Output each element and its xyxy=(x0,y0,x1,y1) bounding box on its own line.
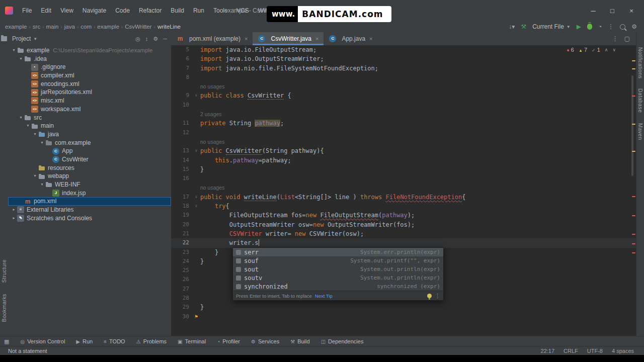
fold-arrow-icon[interactable]: ∨ xyxy=(192,193,200,202)
tree-item-com-example[interactable]: ▾com.example xyxy=(8,139,171,147)
line-number[interactable]: 16 xyxy=(171,174,192,183)
minimize-button[interactable]: ─ xyxy=(585,4,602,18)
profiler-icon[interactable]: ◔ xyxy=(598,23,602,30)
code-line[interactable]: 10 xyxy=(171,101,636,110)
line-number[interactable]: 15 xyxy=(171,165,192,174)
line-number[interactable]: 19 xyxy=(171,211,192,220)
code-line[interactable]: 6import java.io.OutputStreamWriter; xyxy=(171,54,636,63)
code-line[interactable]: 30⚑ xyxy=(171,312,636,321)
completion-item-souf[interactable]: soufSystem.out.printf("", expr) xyxy=(233,256,443,265)
panel-settings-gear-icon[interactable]: ⚙ xyxy=(153,36,158,42)
completion-item-soutv[interactable]: soutvSystem.out.println(expr) xyxy=(233,274,443,282)
line-number[interactable]: 28 xyxy=(171,294,192,303)
lightbulb-icon[interactable] xyxy=(427,294,432,298)
chevron-down-icon[interactable]: ▾ xyxy=(18,55,24,63)
close-tab-icon[interactable]: × xyxy=(245,36,248,42)
tool-window-button-build[interactable]: ⚒Build xyxy=(290,338,309,344)
tab-list-icon[interactable]: ⋮ xyxy=(612,35,618,42)
close-button[interactable]: × xyxy=(623,4,640,18)
tool-stripe-notifications[interactable]: Notifications xyxy=(637,47,643,78)
completion-item-sout[interactable]: soutSystem.out.println(expr) xyxy=(233,265,443,274)
chevron-down-icon[interactable]: ▾ xyxy=(32,130,38,139)
code-editor[interactable]: 5import java.io.FileOutputStream;6import… xyxy=(171,45,636,336)
code-line[interactable]: 18∨ try{ xyxy=(171,202,636,211)
run-button[interactable]: ▶ xyxy=(577,23,581,30)
tree-item-scratches-and-consoles[interactable]: ▸Scratches and Consoles xyxy=(8,214,171,223)
completion-item-synchronized[interactable]: synchronizedsynchronized (expr) xyxy=(233,282,443,291)
tree-item-gitignore[interactable]: .gitignore xyxy=(8,63,171,71)
code-line[interactable]: 9∨public class CsvWritter { xyxy=(171,91,636,100)
locate-file-icon[interactable]: ◎ xyxy=(135,36,140,42)
tree-item-misc-xml[interactable]: misc.xml xyxy=(8,97,171,105)
menu-run[interactable]: Run xyxy=(189,6,208,16)
tool-window-button-terminal[interactable]: ▣Terminal xyxy=(178,338,206,344)
code-line[interactable]: 15} xyxy=(171,165,636,174)
breadcrumb-item-example[interactable]: example xyxy=(97,24,119,30)
more-actions-icon[interactable]: ⋮ xyxy=(608,23,614,30)
breadcrumb-item-main[interactable]: main xyxy=(46,24,59,30)
code-line[interactable]: 22 writer.s xyxy=(171,238,636,247)
code-line[interactable]: 17∨public void writeLine(List<String[]> … xyxy=(171,193,636,202)
tree-item-example[interactable]: ▾exampleC:\Users\Stepan\IdeaProjects\exa… xyxy=(8,46,171,55)
line-number[interactable]: 23 xyxy=(171,248,192,257)
chevron-down-icon[interactable]: ▾ xyxy=(11,46,17,55)
line-number[interactable]: 24 xyxy=(171,257,192,266)
fold-arrow-icon[interactable]: ∨ xyxy=(192,146,200,155)
search-everywhere-icon[interactable] xyxy=(620,24,625,30)
tree-item-index-jsp[interactable]: index.jsp xyxy=(8,189,171,198)
code-line[interactable]: 14 this.pathway=pathway; xyxy=(171,156,636,165)
chevron-down-icon[interactable]: ▾ xyxy=(39,180,45,189)
hide-panel-icon[interactable]: ─ xyxy=(163,36,167,42)
debug-button[interactable] xyxy=(587,24,592,30)
chevron-down-icon[interactable]: ▾ xyxy=(25,122,31,130)
code-line[interactable]: 21 CSVWriter writer= new CSVWriter(osw); xyxy=(171,229,636,238)
menu-navigate[interactable]: Navigate xyxy=(78,6,110,16)
tree-item-idea[interactable]: ▾.idea xyxy=(8,55,171,63)
line-number[interactable]: 30 xyxy=(171,312,192,321)
line-number[interactable]: 5 xyxy=(171,45,192,54)
breadcrumb-item-com[interactable]: com xyxy=(80,24,92,30)
line-number[interactable]: 17 xyxy=(171,193,192,202)
code-line[interactable]: 7import java.nio.file.FileSystemNotFound… xyxy=(171,64,636,73)
editor-tab-csvwritter-java[interactable]: CsvWritter.java× xyxy=(253,32,324,45)
chevron-down-icon[interactable]: ▼ xyxy=(33,37,37,41)
bookmark-icon[interactable]: ⚑ xyxy=(192,312,200,321)
line-number[interactable]: 6 xyxy=(171,54,192,63)
breadcrumb-item-java[interactable]: java xyxy=(64,24,75,30)
tree-item-encodings-xml[interactable]: encodings.xml xyxy=(8,80,171,88)
tree-item-jarrepositories-xml[interactable]: jarRepositories.xml xyxy=(8,88,171,97)
maximize-button[interactable]: □ xyxy=(604,4,621,18)
close-tab-icon[interactable]: × xyxy=(315,36,318,42)
tree-item-external-libraries[interactable]: ▸External Libraries xyxy=(8,206,171,214)
code-line[interactable]: 11private String pathway; xyxy=(171,119,636,128)
fold-arrow-icon[interactable]: ∨ xyxy=(192,91,200,100)
fold-arrow-icon[interactable]: ∨ xyxy=(192,202,200,211)
project-tool-icon[interactable] xyxy=(1,36,7,41)
line-number[interactable]: 13 xyxy=(171,146,192,155)
line-number[interactable]: 10 xyxy=(171,101,192,110)
vcs-update-icon[interactable]: ↓▾ xyxy=(509,23,515,30)
tree-item-csvwriter[interactable]: CsvWriter xyxy=(8,155,171,164)
chevron-down-icon[interactable]: ▾ xyxy=(32,172,38,180)
code-line[interactable]: 29} xyxy=(171,303,636,312)
tool-stripe-bookmarks[interactable]: Bookmarks xyxy=(1,294,7,322)
code-line[interactable]: 12 xyxy=(171,128,636,137)
line-number[interactable]: 7 xyxy=(171,64,192,73)
line-number[interactable]: 18 xyxy=(171,202,192,211)
tool-stripe-structure[interactable]: Structure xyxy=(1,259,7,283)
completion-next-tip-link[interactable]: Next Tip xyxy=(315,293,333,299)
tool-window-button-dependencies[interactable]: ◫Dependencies xyxy=(321,338,364,344)
close-tab-icon[interactable]: × xyxy=(369,36,372,42)
line-number[interactable]: 11 xyxy=(171,119,192,128)
tool-stripe-maven[interactable]: Maven xyxy=(637,123,643,140)
chevron-right-icon[interactable]: ▸ xyxy=(11,206,17,214)
chevron-right-icon[interactable]: ▸ xyxy=(11,214,17,223)
menu-refactor[interactable]: Refactor xyxy=(135,6,166,16)
line-number[interactable]: 21 xyxy=(171,229,192,238)
tool-window-switcher-icon[interactable]: ▦ xyxy=(4,338,9,345)
encoding-widget[interactable]: UTF-8 xyxy=(587,348,603,354)
tree-item-app[interactable]: App xyxy=(8,147,171,155)
tool-window-button-version-control[interactable]: ◎Version Control xyxy=(20,338,65,344)
tree-item-src[interactable]: ▾src xyxy=(8,114,171,122)
tree-item-webapp[interactable]: ▾webapp xyxy=(8,172,171,180)
